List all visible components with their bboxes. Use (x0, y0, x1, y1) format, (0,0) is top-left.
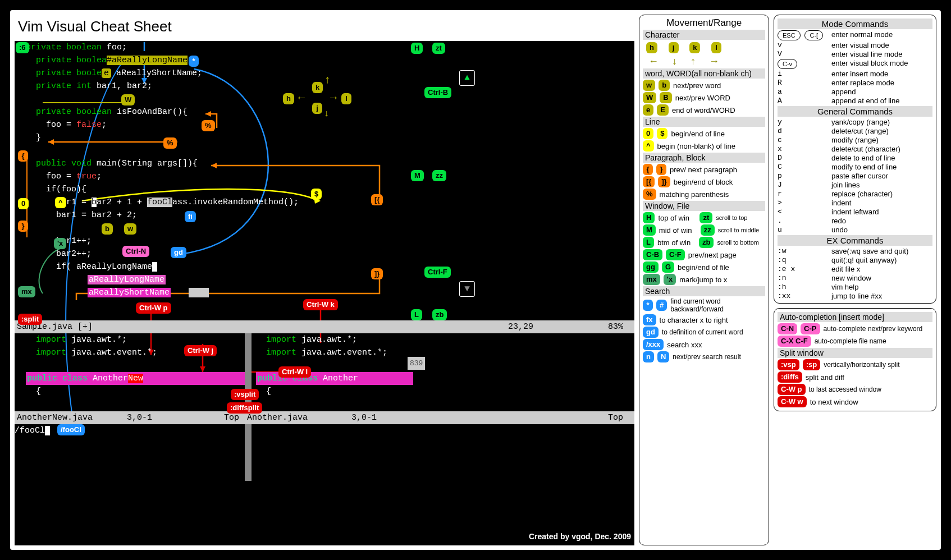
key-j: j (669, 42, 679, 53)
key-star: * (643, 300, 653, 311)
desc: scroll to top (716, 214, 765, 221)
desc: vertically/horizontally split (824, 361, 932, 369)
key-cv: C-v (778, 59, 797, 69)
desc: modify to end of line (831, 163, 932, 171)
key-pct: % (163, 137, 177, 149)
key: :w (778, 247, 826, 255)
key-E: E (657, 104, 669, 116)
panel-title: General Commands (778, 106, 932, 117)
cheat-sheet: Vim Visual Cheat Sheet (10, 10, 941, 550)
key-h: h (646, 42, 657, 53)
key: i (778, 70, 826, 78)
key-caret: ^ (643, 140, 654, 152)
code-text: java.awt.event.*; (71, 348, 157, 357)
key-ctrlwp: Ctrl-W p (136, 302, 171, 314)
status-bar: Sample.java [+] 23,29 83% (15, 320, 634, 333)
key: p (778, 172, 826, 180)
key: V (778, 50, 826, 58)
code-text: ; (97, 172, 102, 181)
key-sp: :sp (803, 359, 821, 370)
scroll-down-icon: ▼ (459, 281, 475, 297)
key-pct: % (643, 189, 656, 200)
key: a (778, 88, 826, 96)
scroll-pct: 83% (608, 320, 623, 333)
key-ctrlwk: Ctrl-W k (303, 299, 338, 310)
scroll-up-icon: ▲ (459, 70, 475, 86)
key-W: W (643, 92, 656, 103)
key: . (778, 217, 826, 225)
key-caret: ^ (55, 197, 66, 208)
code-text: import (256, 348, 301, 357)
autocomplete-panel: Auto-completion [insert mode] C-NC-Pauto… (774, 308, 936, 411)
key: r (778, 190, 826, 198)
desc: end of word/WORD (672, 106, 765, 114)
desc: enter insert mode (831, 70, 932, 78)
key: v (778, 41, 826, 49)
code-text: private boole (26, 68, 102, 78)
desc: jump to line #xx (831, 292, 932, 300)
key-pct: % (202, 120, 215, 131)
key-n: n (643, 351, 654, 362)
desc: split and diff (806, 373, 932, 382)
line-number: 839 (408, 357, 425, 370)
diff-row: public class AnotherNew (26, 372, 245, 385)
key-rblock: ]} (371, 268, 383, 279)
key-rbrace: } (18, 221, 28, 232)
completion-item: aReallyShortName (88, 288, 171, 297)
desc: quit(:q! quit anyway) (831, 256, 932, 264)
desc: new window (831, 274, 932, 282)
code-text: java.awt.*; (71, 335, 127, 345)
key-lblock: [{ (643, 176, 655, 187)
desc: indent (831, 199, 932, 207)
desc: find current word backward/forward (670, 297, 765, 313)
desc: mid of win (659, 226, 697, 235)
key-lbrace: { (18, 150, 28, 162)
arrow-up-icon: ↑ (324, 75, 331, 86)
key-gd: gd (171, 247, 186, 258)
code-text: aReallyShortName; (111, 68, 202, 78)
code-text: java.awt.event.*; (301, 348, 387, 357)
cursor-pos: 23,29 (508, 320, 533, 333)
desc: auto-complete file name (815, 337, 932, 345)
desc: enter visual mode (831, 41, 932, 49)
code-text: ass.invokeRandomMethod(); (172, 198, 299, 207)
key-tx: 'x (664, 274, 676, 285)
desc: append (831, 88, 932, 96)
key-lblock: [{ (371, 194, 383, 205)
key-vsp: :vsp (778, 359, 799, 370)
right-column: Mode Commands ESC C-[enter normal mode v… (774, 15, 936, 545)
svg-marker-1 (205, 111, 211, 117)
desc: to definition of current word (662, 328, 765, 336)
desc: to next window (810, 398, 932, 406)
key-zz: zz (432, 170, 446, 181)
key-gg: gg (643, 261, 659, 273)
key-k: k (689, 42, 700, 53)
key-B: B (660, 92, 671, 103)
desc: begin/end of block (674, 178, 765, 186)
key-foocl: /fooCl (57, 424, 85, 435)
key: > (778, 199, 826, 207)
desc: delete to end of line (831, 154, 932, 162)
key-w: w (124, 223, 136, 235)
section-header: Search (643, 286, 765, 296)
key-N: N (657, 351, 669, 362)
key: D (778, 154, 826, 162)
key-M: M (411, 170, 424, 181)
key-c-lbrack: C-[ (804, 30, 823, 40)
key-0: 0 (18, 198, 29, 209)
code-text: private boolean (26, 43, 107, 52)
desc: scroll to middle (718, 227, 765, 233)
code-text: ; (102, 120, 107, 130)
status-bar: AnotherNew.java 3,0-1 Top (15, 411, 245, 424)
code-text: isFooAndBar(){ (117, 107, 188, 117)
key: :e x (778, 265, 826, 273)
desc: next/prev WORD (675, 94, 765, 102)
desc: enter normal mode (831, 30, 932, 40)
key: y (778, 118, 826, 126)
key-fi: fi (185, 211, 196, 222)
key-diffs: :diffs (778, 371, 802, 383)
desc: begin (non-blank) of line (657, 142, 765, 150)
code-text: java.awt.*; (301, 335, 357, 345)
desc: matching parenthesis (660, 190, 765, 199)
code-text: private boolea (26, 56, 107, 65)
